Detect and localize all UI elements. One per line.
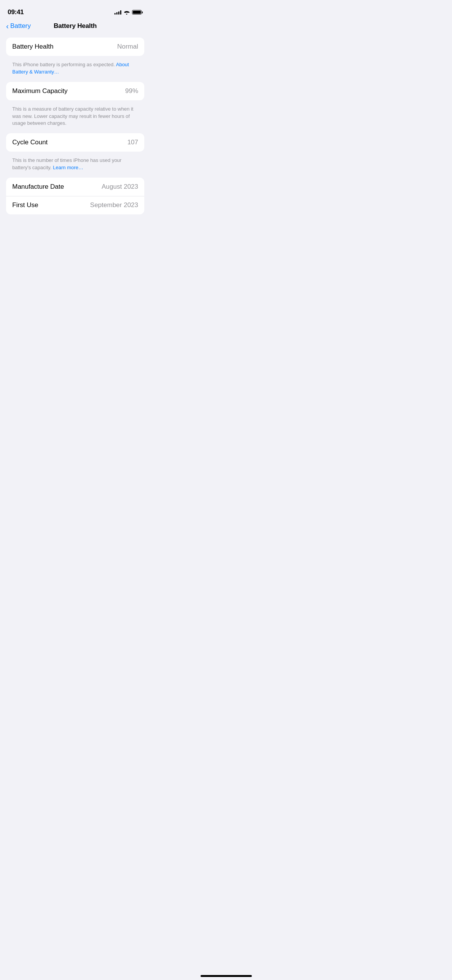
cycle-count-row: Cycle Count 107 [6,133,144,152]
battery-health-card: Battery Health Normal [6,38,144,56]
battery-health-label: Battery Health [12,43,54,51]
status-time: 09:41 [8,8,24,16]
first-use-row: First Use September 2023 [6,196,144,214]
max-capacity-description: This is a measure of battery capacity re… [6,103,144,134]
cycle-count-description: This is the number of times iPhone has u… [6,155,144,178]
main-content: Battery Health Normal This iPhone batter… [0,38,150,214]
max-capacity-value: 99% [125,87,138,95]
back-label: Battery [10,22,31,30]
signal-bars-icon [114,10,121,15]
status-icons [114,10,143,15]
manufacture-date-row: Manufacture Date August 2023 [6,178,144,196]
max-capacity-label: Maximum Capacity [12,87,68,95]
first-use-value: September 2023 [90,201,138,209]
wifi-icon [124,10,130,15]
manufacture-date-value: August 2023 [102,183,138,191]
battery-health-row: Battery Health Normal [6,38,144,56]
nav-header: ‹ Battery Battery Health [0,19,150,34]
battery-health-value: Normal [117,43,138,51]
cycle-count-card: Cycle Count 107 [6,133,144,152]
battery-icon [132,10,143,15]
battery-health-description: This iPhone battery is performing as exp… [6,59,144,82]
max-capacity-row: Maximum Capacity 99% [6,82,144,100]
cycle-count-value: 107 [127,139,138,146]
status-bar: 09:41 [0,0,150,19]
manufacture-date-label: Manufacture Date [12,183,64,191]
first-use-label: First Use [12,201,38,209]
back-button[interactable]: ‹ Battery [6,22,31,30]
page-title: Battery Health [54,22,96,30]
learn-more-link[interactable]: Learn more… [53,165,83,170]
max-capacity-card: Maximum Capacity 99% [6,82,144,100]
dates-card: Manufacture Date August 2023 First Use S… [6,178,144,214]
cycle-count-label: Cycle Count [12,139,48,146]
about-battery-link[interactable]: About Battery & Warranty… [12,62,129,75]
chevron-left-icon: ‹ [6,22,9,30]
